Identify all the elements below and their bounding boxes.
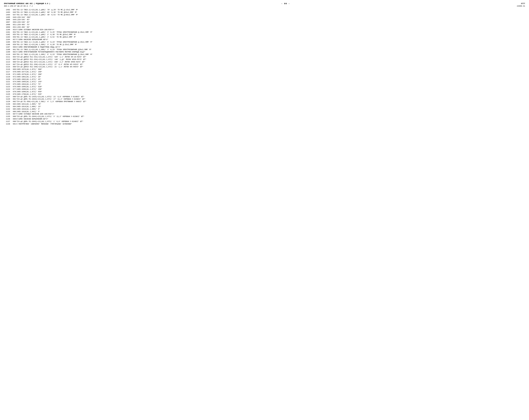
table-row: 1111664Т24-φ5 ДОП15 П11-331(=13)(А1.1,07… — [4, 56, 525, 58]
row-text: L159-465' 75* — [16, 24, 525, 26]
table-row: 1136689И БЛОК НАСОСОВ ВЗРЫХЛЕНИЯ-А9*#* — [4, 118, 525, 120]
row-id: 672 — [11, 76, 16, 78]
row-text: Т24-φ5 ДОПс П1-1043(=13)(А1.1,073)' 1' 6… — [16, 120, 525, 123]
row-number: 1126 — [4, 93, 11, 96]
row-id: 649 — [11, 19, 16, 21]
row-id: 683 — [11, 103, 16, 105]
table-row: 11236762405-1695(А1.1,072)' 520* — [4, 86, 525, 88]
row-id: 651 — [11, 24, 16, 26]
row-number: 1127 — [4, 96, 11, 98]
row-number: 1122 — [4, 83, 11, 86]
row-id: 664 — [11, 56, 16, 58]
row-number: 1111 — [4, 56, 11, 58]
row-text: Т01-13 ТАБ3.1(=13)(А1.1,φ89)' 3' 0,25' Т… — [16, 31, 525, 34]
row-id: 647 — [11, 14, 16, 16]
table-row: 11186712405-1679(А1.1,072)' 200* — [4, 73, 525, 76]
row-number: 1126 — [4, 98, 11, 101]
row-text: Т01-13 ТАБ3.1(=13)(А1.1,φ89)' 40' 0,51' … — [16, 14, 525, 16]
row-text: Т24-φ5 ДОПс П1-1433(=13)(А1.1,073)' 21' … — [16, 96, 525, 98]
header-line1: ПРОГРАММНЫЙ КОМПЛЕКС АВС-3ЕС ( РЕДАКЦИЯ … — [4, 3, 525, 5]
row-id: 676 — [11, 86, 16, 88]
row-number: 1129 — [4, 101, 11, 103]
row-number: 1121 — [4, 81, 11, 83]
row-id: 689 — [11, 118, 16, 120]
row-text: П БЛОК НАСОСОВ ВЗРЫХЛЕНИЯ А9*#* — [16, 39, 525, 41]
row-text: 2405-1014(А1.1,089)' 15* — [16, 105, 525, 108]
content-table: 1492645Т01-13 ТАБ3.1(=13)(А1.1,φ89)' 70'… — [4, 9, 525, 125]
row-id: 655 — [11, 33, 16, 36]
table-row: 1135688Т24-φ5 ДОПс П1-1044(=13)(А1.1,073… — [4, 115, 525, 118]
row-id: 656 — [11, 36, 16, 39]
row-id: 678 — [11, 91, 16, 93]
row-number: 1098 — [4, 24, 11, 26]
row-number: 1097 — [4, 21, 11, 24]
row-id: 682 — [11, 101, 16, 103]
row-text: К ПОНТРЯГИНА' САВЧЕНКО' МИХЕЕВА' ГРИГОРЬ… — [16, 123, 525, 125]
row-text: 2405-1665(А1.1,072)' 145* — [16, 81, 525, 83]
row-number: 1120 — [4, 78, 11, 81]
table-row: 1112665Т24-φ5 ДОП15 П11-334(=13)(А1.1,07… — [4, 58, 525, 61]
row-number: 1103 — [4, 36, 11, 39]
row-number: 1138 — [4, 123, 11, 125]
table-row: 11216742405-1665(А1.1,072)' 145* — [4, 81, 525, 83]
header-subtitle-right: 22699-31 — [517, 5, 525, 7]
header: ПРОГРАММНЫЙ КОМПЛЕКС АВС-3ЕС ( РЕДАКЦИЯ … — [4, 3, 525, 7]
table-row: 1103656Т01-13 ТАБ3.1(=13)(А1.1,φ89)' 3' … — [4, 36, 525, 39]
row-id: 650 — [11, 21, 16, 24]
row-number: 1100 — [4, 28, 11, 31]
table-row: 1137690Т24-φ5 ДОПс П1-1043(=13)(А1.1,073… — [4, 120, 525, 123]
table-row: 11316842405-1014(А1.1,089)' 15* — [4, 105, 525, 108]
table-row: 11246772405-1696(А1.1,072)' 190* — [4, 88, 525, 91]
table-row: 1494647Т01-13 ТАБ3.1(=13)(А1.1,φ89)' 40'… — [4, 14, 525, 16]
row-id: 688 — [11, 115, 16, 118]
table-row: 11176702405-1677(А1.1,072)' 160* — [4, 71, 525, 73]
table-row: 11166692405-1676(А1.1,072)' 500* — [4, 68, 525, 71]
table-row: 11326852405-1016(А1.1,089)' 5* — [4, 108, 525, 110]
row-text: Т24-φ5 ДОПс П1-1044(=13)(А1.1,073)' 3' 1… — [16, 115, 525, 118]
row-id: 645 — [11, 9, 16, 11]
table-row: 1113666Т24-φ5 ДОП15 П11-337(=13)(А1.1,07… — [4, 61, 525, 63]
row-number: 1132 — [4, 108, 11, 110]
table-row: 11256782405-1696(А1.1,072)' 650* — [4, 91, 525, 93]
row-text: Т01-13 ТАБ3.1(=13)(А1.1,φ89)' 60' 0,36' … — [16, 11, 525, 14]
row-text: Т01-13 ТАБ3.1(=13)(А1.1,φ89)' 3' 0,51' Т… — [16, 36, 525, 39]
row-number: 1106 — [4, 43, 11, 46]
table-row: 1493646Т01-13 ТАБ3.1(=13)(А1.1,φ89)' 60'… — [4, 11, 525, 14]
row-id: 666 — [11, 61, 16, 63]
row-text: L159-545' 45* — [16, 19, 525, 21]
table-row: 1105658Т01-13 ТАБ3.1(=:2)(А1.1,φ89)' 6' … — [4, 41, 525, 43]
row-number: 1101 — [4, 31, 11, 34]
row-number: 1102 — [4, 33, 11, 36]
row-number: 1137 — [4, 120, 11, 123]
row-id: 670 — [11, 71, 16, 73]
row-id: 669 — [11, 68, 16, 71]
row-number: 1099 — [4, 26, 11, 28]
header-line2: 903-1-250.87 АА.24 КН.4, Г.1 22699-31 — [4, 5, 525, 7]
row-id: 653 — [11, 28, 16, 31]
table-row: 1134687П БЛОК СЕТЕВЫХ НАСОСОВ БЛН-180/65… — [4, 113, 525, 115]
table-row: 1096649L159-545' 45* — [4, 19, 525, 21]
row-id: 680 — [11, 96, 16, 98]
row-text: L159-466' 50* — [16, 26, 525, 28]
row-number: 1125 — [4, 91, 11, 93]
row-text: 2405-1018(А1.1,042)' 5* — [16, 110, 525, 113]
row-id: 684 — [11, 105, 16, 108]
row-number: 1124 — [4, 88, 11, 91]
row-number: 1123 — [4, 86, 11, 88]
row-id: 687 — [11, 113, 16, 115]
row-id: 691 — [11, 123, 16, 125]
table-row: 1101654Т01-13 ТАБ3.1(=13)(А1.1,φ89)' 3' … — [4, 31, 525, 34]
row-text: Т24-φ5 ДОП15 П11.339(=13)(А1.1,072)' 27'… — [16, 63, 525, 66]
table-row: 1097650L159-546' 45* — [4, 21, 525, 24]
table-row: 1126681Т24-φ5 ДОПс П1-1044(=13)(А1.1,073… — [4, 98, 525, 101]
row-number: 1112 — [4, 58, 11, 61]
row-number: 1495 — [4, 16, 11, 19]
row-id: 685 — [11, 108, 16, 110]
row-text: 2405-1695(А1.1,072)' 520* — [16, 86, 525, 88]
table-row: 1127680Т24-φ5 ДОПс П1-1433(=13)(А1.1,073… — [4, 96, 525, 98]
row-number: 1110 — [4, 53, 11, 56]
row-text: Т01-13 ТАБ3.1(=13)(А1.1,089)' 3' 0,28' Т… — [16, 43, 525, 46]
row-text: 2405-1016(А1.1,089)' 5* — [16, 108, 525, 110]
row-id: 675 — [11, 83, 16, 86]
row-id: 677 — [11, 88, 16, 91]
